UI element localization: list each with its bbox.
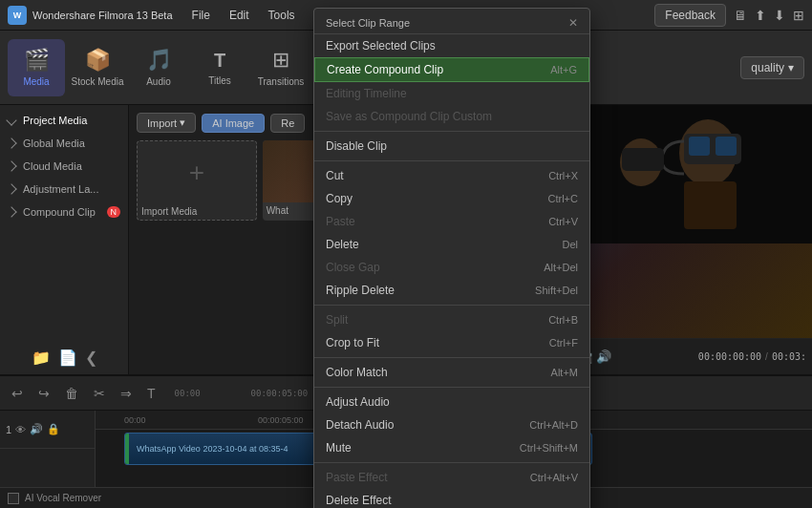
track-label-video: 1 👁 🔊 🔒 [0,411,96,449]
import-arrow-icon: ▾ [180,116,185,129]
menu-edit[interactable]: Edit [222,5,257,26]
ruler-timecode-5: 00:00:05:00 [258,415,304,425]
preview-total: 00:03: [772,351,806,362]
sidebar: Project Media Global Media Cloud Media A… [0,105,129,374]
ctx-mute-shortcut: Ctrl+Shift+M [520,442,578,454]
ctx-ripple-delete-shortcut: Shift+Del [535,285,578,296]
context-menu-title: Select Clip Range [326,17,410,29]
app-title: Wondershare Filmora 13 Beta [32,10,173,21]
ctx-copy[interactable]: Copy Ctrl+C [314,187,589,210]
sidebar-item-label: Adjustment La... [23,183,99,195]
eye-icon[interactable]: 👁 [15,424,26,435]
tool-media[interactable]: 🎬 Media [8,39,65,96]
ctx-detach-audio[interactable]: Detach Audio Ctrl+Alt+D [314,413,589,436]
app-logo: W Wondershare Filmora 13 Beta [8,6,173,25]
preview-ctrl-sound[interactable]: 🔊 [596,349,611,364]
sidebar-item-cloud-media[interactable]: Cloud Media [0,155,128,178]
sidebar-folder-icon[interactable]: 📁 [32,349,51,367]
text-button[interactable]: T [143,384,160,403]
tool-transitions-label: Transitions [258,76,305,87]
ai-checkbox[interactable] [8,493,19,504]
undo-button[interactable]: ↩ [8,384,27,403]
ctx-editing-timeline: Editing Timeline [314,82,589,105]
delete-button[interactable]: 🗑 [61,384,82,403]
tool-audio-label: Audio [146,76,171,87]
sidebar-file-icon[interactable]: 📄 [58,349,77,367]
ruler-mark-0: 00:00 [175,389,251,398]
media-import-card[interactable]: + Import Media [137,140,257,221]
sidebar-item-adjustment[interactable]: Adjustment La... [0,178,128,201]
ctx-export-label: Export Selected Clips [326,39,436,53]
tool-media-label: Media [23,76,49,87]
ctx-create-compound[interactable]: Create Compound Clip Alt+G [314,57,589,82]
re-label: Re [281,117,294,129]
preview-separator: / [765,351,768,362]
tool-transitions[interactable]: ⊞ Transitions [252,39,310,96]
tool-titles[interactable]: T Titles [191,39,248,96]
menu-tools[interactable]: Tools [261,5,303,26]
sidebar-collapse-icon[interactable]: ❮ [85,349,97,367]
ctx-divider-1 [314,131,589,132]
import-label-text: Import Media [138,203,256,220]
ctx-delete-effect[interactable]: Delete Effect [314,489,589,508]
preview-timecode: 00:00:00:00 [698,351,761,362]
app-icon: W [8,6,27,25]
sidebar-item-global-media[interactable]: Global Media [0,132,128,155]
titles-icon: T [214,50,225,72]
context-menu-header: Select Clip Range ✕ [314,12,589,34]
quality-label: quality [751,61,784,74]
sidebar-item-compound-clip[interactable]: Compound Clip N [0,201,128,223]
ctx-cut[interactable]: Cut Ctrl+X [314,164,589,187]
import-button[interactable]: Import ▾ [137,113,196,133]
transitions-icon: ⊞ [272,48,289,73]
ctx-crop-to-fit[interactable]: Crop to Fit Ctrl+F [314,331,589,354]
import-thumb: + [138,141,256,203]
tool-audio[interactable]: 🎵 Audio [130,39,187,96]
ctx-detach-audio-shortcut: Ctrl+Alt+D [529,419,578,431]
quality-arrow-icon: ▾ [788,61,794,74]
ctx-divider-2 [314,160,589,161]
icon-download[interactable]: ⬇ [774,8,785,23]
sidebar-item-label: Compound Clip [23,206,96,218]
ruler-timecode-0: 00:00 [124,415,146,425]
arrow-button[interactable]: ⇒ [117,384,136,403]
icon-upload[interactable]: ⬆ [755,8,766,23]
media-icon: 🎬 [24,48,50,73]
context-menu-close[interactable]: ✕ [568,16,578,30]
volume-icon[interactable]: 🔊 [30,423,43,435]
ctx-create-compound-shortcut: Alt+G [550,64,577,75]
ctx-adjust-audio[interactable]: Adjust Audio [314,391,589,413]
ctx-paste-effect-label: Paste Effect [326,471,387,484]
ctx-mute[interactable]: Mute Ctrl+Shift+M [314,436,589,459]
ctx-ripple-delete-label: Ripple Delete [326,284,395,297]
stock-icon: 📦 [85,48,111,73]
ctx-crop-to-fit-shortcut: Ctrl+F [549,337,578,349]
ctx-cut-shortcut: Ctrl+X [548,170,578,181]
ctx-color-match[interactable]: Color Match Alt+M [314,361,589,384]
re-button[interactable]: Re [270,114,305,133]
quality-button[interactable]: quality ▾ [740,56,804,79]
tool-stock-media[interactable]: 📦 Stock Media [69,39,126,96]
ctx-mute-label: Mute [326,441,352,455]
lock-icon[interactable]: 🔒 [47,423,60,435]
ai-image-button[interactable]: AI Image [202,114,265,133]
sidebar-item-project-media[interactable]: Project Media [0,109,128,132]
ctx-create-compound-label: Create Compound Clip [327,63,443,76]
icon-grid[interactable]: ⊞ [793,8,804,23]
ctx-export-selected[interactable]: Export Selected Clips [314,34,589,57]
menu-file[interactable]: File [184,5,218,26]
ctx-disable-clip[interactable]: Disable Clip [314,135,589,158]
ctx-paste-shortcut: Ctrl+V [548,216,578,227]
ctx-ripple-delete[interactable]: Ripple Delete Shift+Del [314,279,589,302]
cut-button[interactable]: ✂ [90,384,109,403]
feedback-button[interactable]: Feedback [654,4,726,27]
icon-monitor[interactable]: 🖥 [734,8,747,23]
plus-icon: + [189,158,204,188]
ctx-disable-clip-label: Disable Clip [326,139,387,153]
ctx-close-gap-shortcut: Alt+Del [544,262,578,273]
timeline-labels: 1 👁 🔊 🔒 [0,411,96,487]
ctx-divider-6 [314,462,589,463]
redo-button[interactable]: ↪ [34,384,53,403]
ctx-divider-5 [314,387,589,388]
ctx-delete[interactable]: Delete Del [314,233,589,256]
